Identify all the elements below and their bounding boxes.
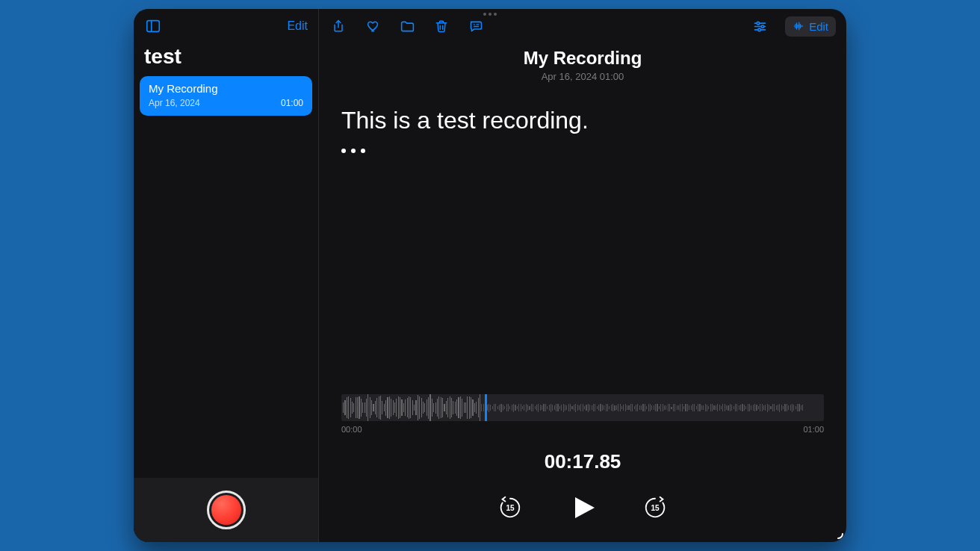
recording-item-title: My Recording <box>149 82 303 95</box>
time-end-label: 01:00 <box>803 425 824 434</box>
share-icon[interactable] <box>329 17 347 35</box>
detail-title: My Recording <box>319 48 846 69</box>
trash-icon[interactable] <box>432 17 450 35</box>
sidebar: Edit test My Recording Apr 16, 2024 01:0… <box>134 9 319 542</box>
recording-item-date: Apr 16, 2024 <box>149 98 200 108</box>
time-axis: 00:00 01:00 <box>341 425 824 434</box>
resize-grip-icon[interactable] <box>831 527 843 539</box>
recording-item-duration: 01:00 <box>281 98 303 108</box>
transcript-area: This is a test recording. <box>319 82 846 153</box>
record-dot-icon <box>211 495 241 525</box>
sidebar-edit-button[interactable]: Edit <box>287 19 308 33</box>
waveform-scrubber[interactable] <box>341 394 824 421</box>
waveform-icon <box>793 20 804 32</box>
skip-forward-label: 15 <box>642 495 668 520</box>
transcript-icon[interactable] <box>467 17 485 35</box>
transcript-loading-icon <box>341 149 824 153</box>
playhead[interactable] <box>485 394 487 421</box>
play-button[interactable] <box>568 493 598 523</box>
edit-recording-label: Edit <box>809 20 828 33</box>
folder-title: test <box>134 43 318 76</box>
detail-header: My Recording Apr 16, 2024 01:00 <box>319 48 846 82</box>
time-start-label: 00:00 <box>341 425 362 434</box>
detail-toolbar: Edit <box>319 9 846 43</box>
edit-recording-button[interactable]: Edit <box>785 16 836 37</box>
detail-pane: Edit My Recording Apr 16, 2024 01:00 Thi… <box>319 9 846 542</box>
sidebar-toggle-icon[interactable] <box>144 17 162 35</box>
skip-back-button[interactable]: 15 <box>497 495 523 520</box>
move-to-folder-icon[interactable] <box>398 17 416 35</box>
sidebar-toolbar: Edit <box>134 9 318 43</box>
detail-subtitle: Apr 16, 2024 01:00 <box>319 71 846 82</box>
recording-list-item[interactable]: My Recording Apr 16, 2024 01:00 <box>140 76 312 116</box>
skip-back-label: 15 <box>497 495 523 520</box>
current-time: 00:17.85 <box>341 450 824 473</box>
favorite-icon[interactable] <box>364 17 382 35</box>
record-button[interactable] <box>207 491 246 529</box>
playback-controls: 15 15 <box>341 493 824 523</box>
transcript-text: This is a test recording. <box>341 105 824 137</box>
playback-panel: 00:00 01:00 00:17.85 15 <box>319 394 846 542</box>
skip-forward-button[interactable]: 15 <box>642 495 668 520</box>
record-bar <box>134 478 318 542</box>
svg-point-4 <box>758 28 761 31</box>
svg-point-2 <box>757 22 760 25</box>
playback-options-icon[interactable] <box>751 17 769 35</box>
svg-point-3 <box>761 25 764 28</box>
app-window: Edit test My Recording Apr 16, 2024 01:0… <box>134 9 846 542</box>
svg-rect-0 <box>147 21 160 32</box>
